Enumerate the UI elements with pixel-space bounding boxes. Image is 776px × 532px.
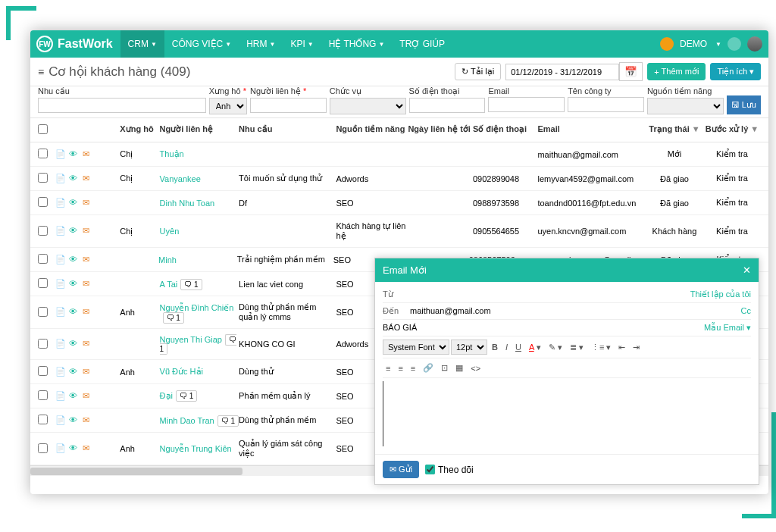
mail-icon[interactable]: ✉ [83,226,93,236]
user-name[interactable]: DEMO [680,39,707,49]
row-checkbox[interactable] [38,149,48,158]
align-center-icon[interactable]: ≡ [395,362,405,374]
number-list-icon[interactable]: ⋮≡ ▾ [588,341,614,354]
contact-link[interactable]: Nguyen Thi Giap [160,335,222,344]
bold-icon[interactable]: B [489,341,501,353]
filter-icon[interactable]: ▼ [750,124,759,133]
eye-icon[interactable]: 👁 [69,174,80,184]
row-checkbox[interactable] [38,443,48,453]
align-right-icon[interactable]: ≡ [408,362,418,374]
mail-icon[interactable]: ✉ [83,443,93,454]
mail-icon[interactable]: ✉ [83,149,93,160]
document-icon[interactable]: 📄 [55,174,66,184]
filter-select-chucvu[interactable] [330,98,406,114]
row-checkbox[interactable] [38,415,48,424]
contact-link[interactable]: Nguyễn Trung Kiên [160,444,232,453]
filter-icon[interactable]: ▼ [692,124,700,133]
document-icon[interactable]: 📄 [55,391,66,402]
col-nhucau[interactable]: Nhu cầu [239,124,336,136]
filter-select-xungho[interactable]: Anh [209,98,247,114]
document-icon[interactable]: 📄 [55,279,66,289]
bullet-list-icon[interactable]: ≣ ▾ [567,341,587,354]
email-template-link[interactable]: Mẫu Email ▾ [704,323,751,333]
col-ngaylh[interactable]: Ngày liên hệ tới [408,124,473,136]
contact-link[interactable]: Vanyankee [160,174,201,183]
filter-input-tencty[interactable] [568,97,644,112]
select-all-checkbox[interactable] [38,124,48,134]
col-buocxl[interactable]: Bước xử lý▼ [703,124,761,136]
eye-icon[interactable]: 👁 [69,339,80,349]
code-icon[interactable]: <> [468,362,483,374]
row-checkbox[interactable] [38,226,48,236]
email-cc-link[interactable]: Cc [741,306,751,316]
email-setup-link[interactable]: Thiết lập của tôi [690,289,751,299]
contact-link[interactable]: Minh [158,255,177,264]
contact-link[interactable]: Dinh Nhu Toan [160,199,215,208]
font-select[interactable]: System Font [383,340,449,355]
text-color-icon[interactable]: A ▾ [526,341,544,354]
document-icon[interactable]: 📄 [55,339,66,349]
contact-link[interactable]: Minh Dao Tran [160,416,214,425]
outdent-icon[interactable]: ⇤ [615,341,628,354]
date-range-input[interactable] [505,64,619,80]
nav-item-crm[interactable]: CRM ▼ [120,30,164,58]
eye-icon[interactable]: 👁 [69,307,80,318]
mail-icon[interactable]: ✉ [83,415,93,426]
menu-icon[interactable]: ≡ [38,66,44,78]
email-to-value[interactable]: maithuan@gmail.com [410,306,491,316]
help-icon[interactable] [728,37,741,51]
mail-icon[interactable]: ✉ [83,339,93,349]
row-checkbox[interactable] [38,339,48,349]
row-checkbox[interactable] [38,390,48,400]
col-email[interactable]: Email [537,124,646,136]
save-button[interactable]: 🖫 Lưu [727,95,761,114]
eye-icon[interactable]: 👁 [69,367,80,377]
mail-icon[interactable]: ✉ [83,367,93,377]
document-icon[interactable]: 📄 [55,226,66,236]
col-nguontn[interactable]: Nguồn tiềm năng [336,124,408,136]
col-sdt[interactable]: Số điện thoại [473,124,538,136]
calendar-button[interactable]: 📅 [619,62,643,81]
nav-item-trợ giúp[interactable]: TRỢ GIÚP [392,30,452,58]
mail-icon[interactable]: ✉ [83,391,93,402]
contact-link[interactable]: Uyên [160,227,180,236]
document-icon[interactable]: 📄 [55,415,66,426]
indent-icon[interactable]: ⇥ [630,341,643,354]
size-select[interactable]: 12pt [451,340,487,355]
email-body-editor[interactable] [383,381,383,446]
nav-item-hệ thống[interactable]: HỆ THỐNG ▼ [321,30,393,58]
mail-icon[interactable]: ✉ [83,174,93,184]
avatar[interactable] [747,36,762,52]
row-checkbox[interactable] [38,307,48,317]
mail-icon[interactable]: ✉ [83,279,93,289]
eye-icon[interactable]: 👁 [69,226,80,236]
document-icon[interactable]: 📄 [55,307,66,318]
row-checkbox[interactable] [38,278,48,288]
document-icon[interactable]: 📄 [55,149,66,160]
row-checkbox[interactable] [38,254,48,264]
italic-icon[interactable]: I [502,341,511,353]
eye-icon[interactable]: 👁 [69,255,80,265]
add-new-button[interactable]: + Thêm mới [647,63,706,80]
filter-input-sdt[interactable] [409,98,486,113]
col-xungho[interactable]: Xưng hô [120,124,159,136]
contact-link[interactable]: Vũ Đức Hải [160,367,203,376]
filter-input-nguoilienhe[interactable] [250,98,327,113]
row-checkbox[interactable] [38,366,48,376]
eye-icon[interactable]: 👁 [69,149,80,160]
row-checkbox[interactable] [38,197,48,207]
align-left-icon[interactable]: ≡ [383,362,393,374]
filter-input-email[interactable] [488,97,565,112]
mail-icon[interactable]: ✉ [83,307,93,318]
send-button[interactable]: ✉ Gửi [383,461,419,478]
link-icon[interactable]: 🔗 [420,361,436,374]
follow-checkbox[interactable] [425,465,435,474]
document-icon[interactable]: 📄 [55,367,66,377]
eye-icon[interactable]: 👁 [69,443,80,454]
image-icon[interactable]: ⊡ [438,361,451,374]
close-icon[interactable]: ✕ [743,264,751,276]
email-subject[interactable]: BÁO GIÁ [383,323,417,333]
document-icon[interactable]: 📄 [55,198,66,208]
reload-button[interactable]: ↻ Tải lại [455,63,501,80]
nav-item-công việc[interactable]: CÔNG VIỆC ▼ [164,30,239,58]
